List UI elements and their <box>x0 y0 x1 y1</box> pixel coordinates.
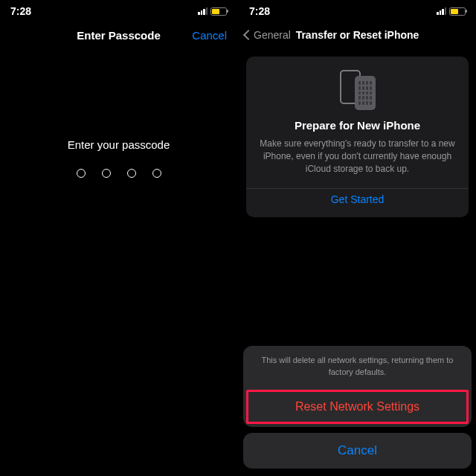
battery-icon <box>449 7 466 16</box>
status-time: 7:28 <box>10 5 31 17</box>
back-button[interactable]: General <box>245 29 291 41</box>
nav-title: Transfer or Reset iPhone <box>296 29 419 41</box>
action-sheet: This will delete all network settings, r… <box>243 346 472 469</box>
passcode-dot <box>152 169 161 178</box>
status-icons <box>437 7 466 16</box>
signal-icon <box>437 7 446 15</box>
content: Prepare for New iPhone Make sure everyth… <box>239 49 476 476</box>
prepare-card: Prepare for New iPhone Make sure everyth… <box>246 57 469 217</box>
cancel-button[interactable]: Cancel <box>192 29 227 42</box>
passcode-dot <box>127 169 136 178</box>
passcode-dots[interactable] <box>77 169 161 178</box>
nav-bar: General Transfer or Reset iPhone <box>239 21 476 49</box>
chevron-back-icon <box>243 30 254 40</box>
nav-bar: Enter Passcode Cancel <box>0 21 237 49</box>
get-started-button[interactable]: Get Started <box>246 188 469 207</box>
passcode-dot <box>102 169 111 178</box>
enter-passcode-screen: 7:28 Enter Passcode Cancel Enter your pa… <box>0 0 237 476</box>
status-bar: 7:28 <box>239 0 476 21</box>
sheet-message: This will delete all network settings, r… <box>243 346 472 387</box>
sheet-group: This will delete all network settings, r… <box>243 346 472 427</box>
transfer-reset-screen: 7:28 General Transfer or Reset iPhone Pr… <box>239 0 476 476</box>
battery-icon <box>210 7 227 16</box>
status-time: 7:28 <box>249 5 270 17</box>
signal-icon <box>198 7 208 15</box>
passcode-prompt: Enter your passcode <box>68 138 170 151</box>
nav-title: Enter Passcode <box>77 29 161 42</box>
reset-network-settings-button[interactable]: Reset Network Settings <box>246 390 469 424</box>
cancel-button[interactable]: Cancel <box>243 433 472 469</box>
prepare-desc: Make sure everything's ready to transfer… <box>257 138 458 175</box>
new-iphone-icon <box>340 70 376 110</box>
prepare-title: Prepare for New iPhone <box>257 119 458 132</box>
passcode-dot <box>77 169 86 178</box>
back-label: General <box>254 29 291 41</box>
status-icons <box>198 7 227 16</box>
passcode-area: Enter your passcode <box>0 49 237 476</box>
status-bar: 7:28 <box>0 0 237 21</box>
